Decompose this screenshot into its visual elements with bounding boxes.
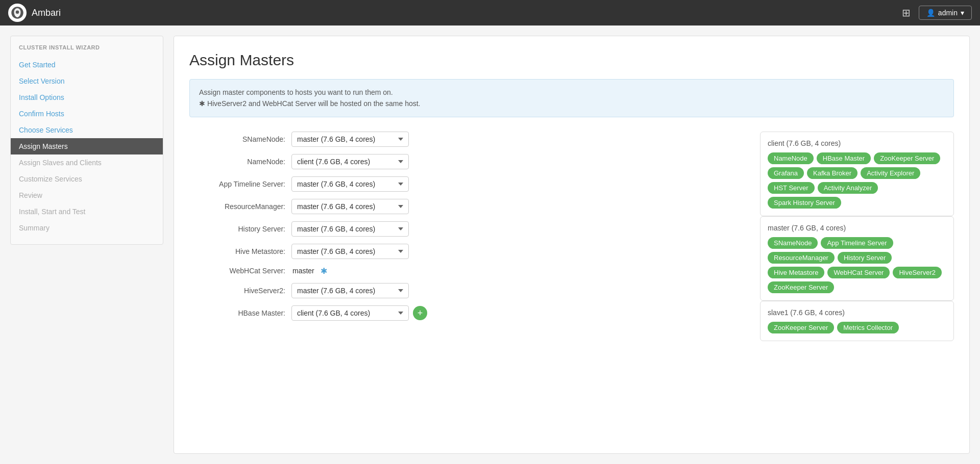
admin-label: admin: [938, 9, 958, 17]
sidebar-item-choose-services[interactable]: Choose Services: [11, 122, 163, 138]
tag: Activity Explorer: [861, 167, 920, 179]
form-select-history-server[interactable]: master (7.6 GB, 4 cores): [291, 221, 409, 237]
tag: HBase Master: [817, 152, 871, 164]
assign-hosts: client (7.6 GB, 4 cores)NameNodeHBase Ma…: [760, 132, 954, 341]
form-label-app-timeline-server: App Timeline Server:: [189, 180, 291, 188]
form-label-history-server: History Server:: [189, 225, 291, 233]
topnav-right: ⊞ 👤 admin ▾: [902, 6, 972, 20]
tag: SNameNode: [768, 237, 818, 249]
host-box-master-host: master (7.6 GB, 4 cores)SNameNodeApp Tim…: [760, 216, 954, 301]
form-label-hive-metastore: Hive Metastore:: [189, 247, 291, 255]
form-input-wrap-snamenode: master (7.6 GB, 4 cores): [291, 132, 409, 147]
form-select-namenode[interactable]: client (7.6 GB, 4 cores): [291, 154, 409, 169]
info-box: Assign master components to hosts you wa…: [189, 79, 954, 117]
form-label-webhcat-server: WebHCat Server:: [189, 267, 291, 275]
add-button-hbase-master[interactable]: +: [413, 306, 427, 320]
user-icon: 👤: [926, 9, 935, 17]
app-title: Ambari: [32, 8, 61, 18]
form-row-history-server: History Server:master (7.6 GB, 4 cores): [189, 221, 745, 237]
sidebar-header: CLUSTER INSTALL WIZARD: [11, 44, 163, 57]
asterisk-icon-webhcat-server: ✱: [321, 266, 327, 276]
tag: ResourceManager: [768, 252, 835, 264]
host-box-title-master-host: master (7.6 GB, 4 cores): [768, 224, 946, 232]
tag: HiveServer2: [893, 267, 942, 278]
form-input-wrap-resource-manager: master (7.6 GB, 4 cores): [291, 199, 409, 214]
form-label-hbase-master: HBase Master:: [189, 309, 291, 317]
form-select-resource-manager[interactable]: master (7.6 GB, 4 cores): [291, 199, 409, 214]
form-input-wrap-app-timeline-server: master (7.6 GB, 4 cores): [291, 176, 409, 192]
sidebar-item-select-version[interactable]: Select Version: [11, 73, 163, 89]
tag: ZooKeeper Server: [768, 322, 834, 333]
form-select-hbase-master[interactable]: client (7.6 GB, 4 cores): [291, 305, 409, 321]
tag: ZooKeeper Server: [874, 152, 940, 164]
form-label-snamenode: SNameNode:: [189, 135, 291, 143]
sidebar-item-install-options[interactable]: Install Options: [11, 89, 163, 106]
page-title: Assign Masters: [189, 51, 954, 69]
form-row-hbase-master: HBase Master:client (7.6 GB, 4 cores)+: [189, 305, 745, 321]
admin-caret: ▾: [961, 9, 964, 17]
top-navbar: Ambari ⊞ 👤 admin ▾: [0, 0, 980, 25]
sidebar-item-review: Review: [11, 187, 163, 203]
sidebar-item-assign-masters[interactable]: Assign Masters: [11, 138, 163, 154]
tag: History Server: [838, 252, 892, 264]
tag: Activity Analyzer: [818, 182, 878, 194]
form-input-wrap-history-server: master (7.6 GB, 4 cores): [291, 221, 409, 237]
form-select-snamenode[interactable]: master (7.6 GB, 4 cores): [291, 132, 409, 147]
host-box-title-slave1-host: slave1 (7.6 GB, 4 cores): [768, 308, 946, 317]
svg-point-1: [16, 10, 19, 14]
info-line1: Assign master components to hosts you wa…: [199, 87, 944, 98]
form-row-hive-metastore: Hive Metastore:master (7.6 GB, 4 cores): [189, 244, 745, 259]
main-content: Assign Masters Assign master components …: [174, 36, 970, 454]
form-row-webhcat-server: WebHCat Server:master✱: [189, 266, 745, 276]
form-input-wrap-namenode: client (7.6 GB, 4 cores): [291, 154, 409, 169]
form-row-snamenode: SNameNode:master (7.6 GB, 4 cores): [189, 132, 745, 147]
form-input-wrap-webhcat-server: master✱: [291, 266, 327, 276]
tag: Kafka Broker: [807, 167, 857, 179]
assign-form: SNameNode:master (7.6 GB, 4 cores)NameNo…: [189, 132, 745, 341]
form-select-app-timeline-server[interactable]: master (7.6 GB, 4 cores): [291, 176, 409, 192]
app-logo: [8, 4, 27, 22]
tag: Spark History Server: [768, 197, 841, 209]
form-label-namenode: NameNode:: [189, 158, 291, 166]
sidebar-item-summary: Summary: [11, 220, 163, 236]
sidebar-item-customize-services: Customize Services: [11, 171, 163, 187]
form-input-wrap-hive-metastore: master (7.6 GB, 4 cores): [291, 244, 409, 259]
form-input-wrap-hbase-master: client (7.6 GB, 4 cores)+: [291, 305, 427, 321]
info-line2: ✱ HiveServer2 and WebHCat Server will be…: [199, 98, 944, 109]
sidebar-item-install-start-test: Install, Start and Test: [11, 203, 163, 220]
host-box-slave1-host: slave1 (7.6 GB, 4 cores)ZooKeeper Server…: [760, 301, 954, 341]
form-static-webhcat-server: master: [291, 267, 314, 275]
tag: Metrics Collector: [837, 322, 899, 333]
grid-icon[interactable]: ⊞: [902, 7, 911, 19]
form-input-wrap-hiveserver2: master (7.6 GB, 4 cores): [291, 283, 409, 298]
tag: ZooKeeper Server: [768, 281, 834, 293]
main-layout: CLUSTER INSTALL WIZARD Get StartedSelect…: [0, 25, 980, 464]
form-label-resource-manager: ResourceManager:: [189, 202, 291, 211]
tag: HST Server: [768, 182, 815, 194]
sidebar-item-get-started[interactable]: Get Started: [11, 57, 163, 73]
assign-body: SNameNode:master (7.6 GB, 4 cores)NameNo…: [189, 132, 954, 341]
form-row-hiveserver2: HiveServer2:master (7.6 GB, 4 cores): [189, 283, 745, 298]
form-row-namenode: NameNode:client (7.6 GB, 4 cores): [189, 154, 745, 169]
host-box-client-host: client (7.6 GB, 4 cores)NameNodeHBase Ma…: [760, 132, 954, 216]
tag: NameNode: [768, 152, 814, 164]
form-row-app-timeline-server: App Timeline Server:master (7.6 GB, 4 co…: [189, 176, 745, 192]
sidebar: CLUSTER INSTALL WIZARD Get StartedSelect…: [10, 36, 163, 245]
tag: Grafana: [768, 167, 804, 179]
form-select-hiveserver2[interactable]: master (7.6 GB, 4 cores): [291, 283, 409, 298]
host-box-title-client-host: client (7.6 GB, 4 cores): [768, 139, 946, 147]
form-row-resource-manager: ResourceManager:master (7.6 GB, 4 cores): [189, 199, 745, 214]
tag: Hive Metastore: [768, 267, 824, 278]
form-select-hive-metastore[interactable]: master (7.6 GB, 4 cores): [291, 244, 409, 259]
form-label-hiveserver2: HiveServer2:: [189, 287, 291, 295]
admin-button[interactable]: 👤 admin ▾: [919, 6, 972, 20]
host-tags-master-host: SNameNodeApp Timeline ServerResourceMana…: [768, 237, 946, 293]
brand: Ambari: [8, 4, 61, 22]
sidebar-item-confirm-hosts[interactable]: Confirm Hosts: [11, 106, 163, 122]
host-tags-client-host: NameNodeHBase MasterZooKeeper ServerGraf…: [768, 152, 946, 209]
tag: App Timeline Server: [821, 237, 893, 249]
sidebar-item-assign-slaves: Assign Slaves and Clients: [11, 154, 163, 171]
tag: WebHCat Server: [827, 267, 890, 278]
host-tags-slave1-host: ZooKeeper ServerMetrics Collector: [768, 322, 946, 333]
